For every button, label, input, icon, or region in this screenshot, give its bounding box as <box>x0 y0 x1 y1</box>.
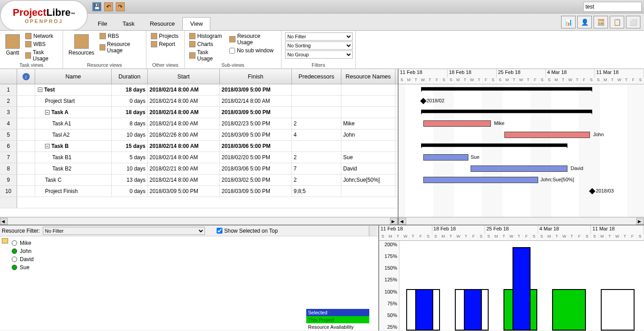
cell-finish[interactable]: 2018/03/09 5:00 PM <box>220 84 292 95</box>
cell-duration[interactable]: 18 days <box>112 107 148 118</box>
row-info[interactable] <box>17 96 35 106</box>
gantt-button[interactable]: Gantt <box>4 32 22 58</box>
cell-start[interactable]: 2018/03/09 5:00 PM <box>148 186 220 197</box>
col-duration[interactable]: Duration <box>112 69 148 84</box>
col-rownum[interactable] <box>0 69 17 84</box>
network-button[interactable]: Network <box>24 32 59 40</box>
cell-duration[interactable]: 13 days <box>112 175 148 185</box>
chart-view-icon[interactable]: 📊 <box>561 16 576 28</box>
filter-select[interactable]: No Filter <box>285 32 353 41</box>
cell-duration[interactable]: 0 days <box>112 186 148 197</box>
table-row[interactable]: 1 −Test 18 days 2018/02/14 8:00 AM 2018/… <box>0 84 398 96</box>
row-info[interactable] <box>17 186 35 197</box>
task-usage-button[interactable]: Task Usage <box>24 49 59 62</box>
resource-usage-sub-button[interactable]: Resource Usage <box>228 32 277 46</box>
row-info[interactable] <box>17 163 35 174</box>
wbs-button[interactable]: WBS <box>24 41 59 48</box>
cell-name[interactable]: −Task A <box>35 107 112 118</box>
cell-finish[interactable]: 2018/03/09 5:00 PM <box>220 129 292 140</box>
cell-start[interactable]: 2018/02/14 8:00 AM <box>148 141 220 152</box>
row-info[interactable] <box>17 141 35 152</box>
cell-start[interactable]: 2018/02/14 8:00 AM <box>148 175 220 185</box>
cell-duration[interactable]: 10 days <box>112 129 148 140</box>
row-number[interactable]: 8 <box>0 163 17 174</box>
row-info[interactable] <box>17 84 35 95</box>
save-icon[interactable]: 💾 <box>92 2 101 11</box>
row-number[interactable]: 3 <box>0 107 17 118</box>
grid-view-icon[interactable]: 🧮 <box>594 16 608 28</box>
scroll-right-icon[interactable]: ► <box>390 218 398 225</box>
cell-start[interactable]: 2018/02/14 8:00 AM <box>148 96 220 106</box>
report-button[interactable]: Report <box>150 41 179 48</box>
cell-duration[interactable]: 10 days <box>112 163 148 174</box>
cell-duration[interactable]: 8 days <box>112 118 148 129</box>
resource-dot-icon[interactable] <box>12 265 17 270</box>
cell-name[interactable]: Task B2 <box>35 163 112 174</box>
row-info[interactable] <box>17 107 35 118</box>
cell-name[interactable]: Project Finish <box>35 186 112 197</box>
cell-finish[interactable]: 2018/03/09 5:00 PM <box>220 186 292 197</box>
row-number[interactable]: 7 <box>0 152 17 163</box>
gantt-bar[interactable] <box>421 143 567 147</box>
table-row[interactable]: 6 −Task B 15 days 2018/02/14 8:00 AM 201… <box>0 141 398 152</box>
row-number[interactable]: 4 <box>0 118 17 129</box>
gantt-bar[interactable] <box>421 87 592 91</box>
row-info[interactable] <box>17 129 35 140</box>
expand-icon[interactable]: − <box>45 110 50 115</box>
gantt-bar[interactable] <box>423 120 491 127</box>
table-row[interactable]: 10 Project Finish 0 days 2018/03/09 5:00… <box>0 186 398 197</box>
col-name[interactable]: Name <box>35 69 112 84</box>
rbs-button[interactable]: RBS <box>99 32 142 40</box>
cell-predecessors[interactable] <box>292 107 341 118</box>
cell-resources[interactable] <box>341 96 395 106</box>
row-info[interactable] <box>17 152 35 163</box>
blank-view-icon[interactable]: ⬜ <box>626 16 640 28</box>
table-row[interactable]: 2 Project Start 0 days 2018/02/14 8:00 A… <box>0 96 398 107</box>
cell-resources[interactable] <box>341 186 395 197</box>
cell-start[interactable]: 2018/02/14 8:00 AM <box>148 84 220 95</box>
cell-name[interactable]: −Task B <box>35 141 112 152</box>
cell-predecessors[interactable]: 2 <box>292 118 341 129</box>
histogram-chart[interactable] <box>399 241 644 331</box>
folder-icon[interactable] <box>2 238 8 244</box>
gantt-bar[interactable] <box>423 154 468 161</box>
cell-start[interactable]: 2018/02/21 8:00 AM <box>148 163 220 174</box>
table-row[interactable]: 5 Tasl A2 10 days 2018/02/26 8:00 AM 201… <box>0 129 398 141</box>
gantt-bar[interactable] <box>423 177 538 183</box>
resource-usage-button[interactable]: Resource Usage <box>99 41 142 54</box>
redo-icon[interactable]: ↷ <box>116 2 125 11</box>
col-finish[interactable]: Finish <box>220 69 292 84</box>
resource-item[interactable]: John <box>3 247 376 255</box>
col-resources[interactable]: Resource Names <box>341 69 395 84</box>
gantt-bar[interactable] <box>420 98 426 104</box>
hist-bar-availability[interactable] <box>601 289 635 331</box>
gantt-bar[interactable] <box>471 166 567 172</box>
cell-resources[interactable]: John;Sue[50%] <box>341 175 395 185</box>
col-predecessors[interactable]: Predecessors <box>292 69 341 84</box>
cell-predecessors[interactable]: 2 <box>292 175 341 185</box>
cell-resources[interactable]: Mike <box>341 118 395 129</box>
search-input[interactable] <box>583 2 642 12</box>
charts-button[interactable]: Charts <box>188 41 226 48</box>
table-row[interactable]: 4 Task A1 8 days 2018/02/14 8:00 AM 2018… <box>0 118 398 129</box>
cell-predecessors[interactable]: 4 <box>292 129 341 140</box>
group-select[interactable]: No Group <box>285 51 353 59</box>
scroll-track[interactable] <box>8 218 390 225</box>
cell-resources[interactable]: John <box>341 129 395 140</box>
cell-resources[interactable] <box>341 141 395 152</box>
task-usage-sub-button[interactable]: Task Usage <box>188 49 226 62</box>
table-hscroll[interactable]: ◄ ► <box>0 217 398 225</box>
list-view-icon[interactable]: 📋 <box>610 16 624 28</box>
cell-finish[interactable]: 2018/03/02 5:00 PM <box>220 175 292 185</box>
row-number[interactable]: 5 <box>0 129 17 140</box>
resource-dot-icon[interactable] <box>12 248 17 254</box>
cell-predecessors[interactable] <box>292 96 341 106</box>
histogram-button[interactable]: Histogram <box>188 32 226 40</box>
scroll-left-icon[interactable]: ◄ <box>0 218 8 225</box>
tab-task[interactable]: Task <box>115 17 142 30</box>
table-row[interactable]: 8 Task B2 10 days 2018/02/21 8:00 AM 201… <box>0 163 398 175</box>
tab-resource[interactable]: Resource <box>142 17 183 30</box>
scroll-right-icon[interactable]: ► <box>636 218 644 225</box>
resource-item[interactable]: David <box>3 255 376 263</box>
cell-start[interactable]: 2018/02/14 8:00 AM <box>148 152 220 163</box>
